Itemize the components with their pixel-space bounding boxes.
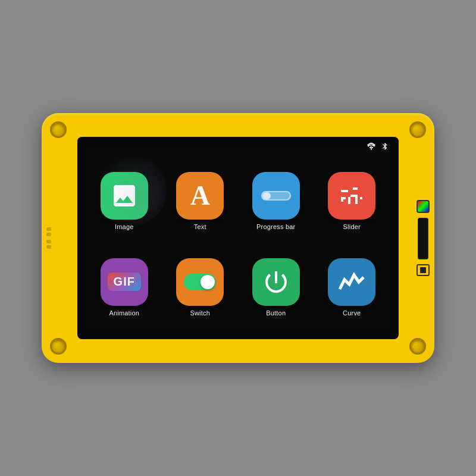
image-icon (110, 181, 139, 210)
bump (46, 233, 51, 236)
app-icon-slider[interactable] (328, 172, 375, 220)
app-item-switch[interactable]: Switch (165, 247, 236, 327)
app-icon-image[interactable] (101, 172, 148, 220)
screw-bottom-right (409, 338, 426, 355)
app-label-text: Text (194, 223, 206, 230)
status-bar (367, 142, 389, 154)
app-label-animation: Animation (109, 309, 139, 317)
connector-strip (418, 218, 428, 259)
bump (46, 227, 51, 231)
app-label-progressbar: Progress bar (256, 223, 295, 230)
right-components (416, 200, 430, 276)
curve-icon (337, 268, 366, 296)
app-item-slider[interactable]: Slider (317, 161, 387, 241)
progressbar-icon (261, 191, 291, 201)
app-label-switch: Switch (190, 309, 210, 317)
rgb-led (416, 200, 430, 213)
app-grid: Image A Text Progress bar (77, 155, 399, 339)
wifi-icon (367, 142, 376, 154)
switch-knob (201, 275, 215, 289)
left-connectors (46, 227, 51, 249)
app-label-curve: Curve (343, 309, 361, 317)
app-label-slider: Slider (343, 223, 361, 230)
app-label-button: Button (266, 309, 286, 317)
screw-top-left (50, 121, 67, 138)
app-item-progressbar[interactable]: Progress bar (241, 161, 311, 241)
bump (46, 240, 51, 243)
gif-icon: GIF (108, 273, 141, 291)
app-icon-button[interactable] (252, 258, 300, 306)
app-icon-curve[interactable] (328, 258, 375, 306)
app-icon-animation[interactable]: GIF (101, 258, 148, 306)
device-body: Image A Text Progress bar (42, 113, 434, 363)
progressbar-track (261, 191, 291, 201)
bluetooth-icon (381, 142, 389, 153)
text-letter-icon: A (190, 180, 210, 211)
app-item-text[interactable]: A Text (165, 161, 236, 241)
app-item-animation[interactable]: GIF Animation (89, 247, 159, 327)
screw-top-right (409, 121, 426, 138)
screw-bottom-left (50, 338, 67, 355)
power-icon (262, 268, 290, 296)
switch-icon (184, 274, 216, 290)
slider-icon (337, 181, 366, 210)
module-connector (416, 264, 430, 276)
app-item-button[interactable]: Button (241, 247, 311, 327)
app-item-image[interactable]: Image (89, 161, 159, 241)
app-icon-progressbar[interactable] (252, 172, 300, 220)
lcd-screen: Image A Text Progress bar (77, 137, 399, 339)
app-label-image: Image (115, 223, 134, 230)
app-icon-switch[interactable] (176, 258, 224, 306)
app-icon-text[interactable]: A (176, 172, 224, 220)
progressbar-fill (262, 192, 271, 199)
bump (46, 245, 51, 249)
app-item-curve[interactable]: Curve (317, 247, 387, 327)
